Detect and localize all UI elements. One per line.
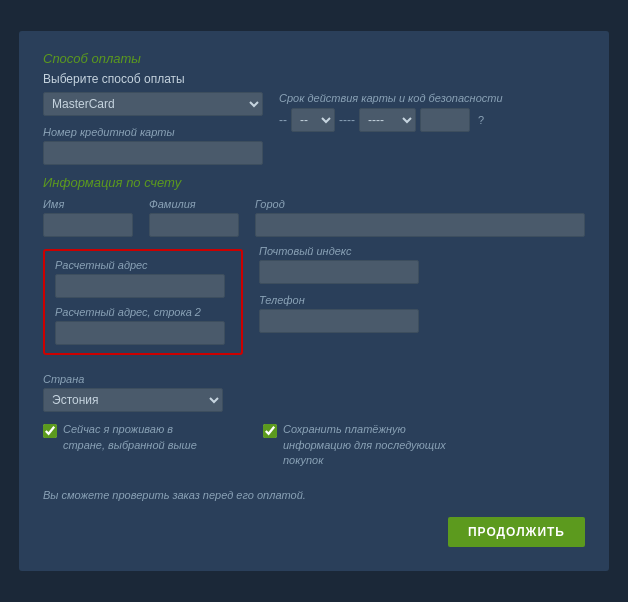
city-group: Город — [255, 198, 585, 237]
payment-top-row: MasterCard Visa PayPal Номер кредитной к… — [43, 92, 585, 165]
name-city-row: Имя Фамилия Город — [43, 198, 585, 237]
billing-addr1-label: Расчетный адрес — [55, 259, 231, 271]
country-row: Страна Эстония Россия Германия Франция — [43, 373, 585, 412]
checkbox1-label: Сейчас я проживаю в стране, выбранной вы… — [63, 422, 203, 453]
phone-input[interactable] — [259, 309, 419, 333]
security-hint: ? — [478, 114, 484, 126]
last-name-group: Фамилия — [149, 198, 239, 237]
last-name-input[interactable] — [149, 213, 239, 237]
city-input[interactable] — [255, 213, 585, 237]
phone-label: Телефон — [259, 294, 585, 306]
first-name-group: Имя — [43, 198, 133, 237]
payment-right: Срок действия карты и код безопасности -… — [279, 92, 585, 165]
account-section: Информация по счету — [43, 175, 585, 190]
postal-input[interactable] — [259, 260, 419, 284]
first-name-input[interactable] — [43, 213, 133, 237]
billing-address-block: Расчетный адрес Расчетный адрес, строка … — [43, 245, 243, 365]
checkbox2-row: Сохранить платёжную информацию для после… — [263, 422, 585, 468]
postal-group: Почтовый индекс — [259, 245, 585, 284]
country-group: Страна Эстония Россия Германия Франция — [43, 373, 223, 412]
card-number-group: Номер кредитной карты — [43, 126, 263, 165]
last-name-label: Фамилия — [149, 198, 239, 210]
payment-left: MasterCard Visa PayPal Номер кредитной к… — [43, 92, 263, 165]
continue-button[interactable]: ПРОДОЛЖИТЬ — [448, 517, 585, 547]
billing-addr2-group: Расчетный адрес, строка 2 — [55, 306, 231, 345]
bottom-note: Вы сможете проверить заказ перед его опл… — [43, 489, 585, 501]
checkbox2-label: Сохранить платёжную информацию для после… — [283, 422, 463, 468]
bottom-area: Вы сможете проверить заказ перед его опл… — [43, 489, 585, 547]
country-label: Страна — [43, 373, 223, 385]
expiry-month-select[interactable]: -- 010203 040506 070809 101112 — [291, 108, 335, 132]
live-in-country-checkbox[interactable] — [43, 424, 57, 438]
city-label: Город — [255, 198, 585, 210]
billing-section-box: Расчетный адрес Расчетный адрес, строка … — [43, 249, 243, 355]
expiry-row: -- -- 010203 040506 070809 101112 ---- -… — [279, 108, 585, 132]
payment-section: Способ оплаты Выберите способ оплаты — [43, 51, 585, 86]
main-container: Способ оплаты Выберите способ оплаты Mas… — [19, 31, 609, 570]
checkbox1-block: Сейчас я проживаю в стране, выбранной вы… — [43, 422, 243, 476]
phone-group: Телефон — [259, 294, 585, 333]
checkbox1-row: Сейчас я проживаю в стране, выбранной вы… — [43, 422, 243, 453]
checkbox2-block: Сохранить платёжную информацию для после… — [263, 422, 585, 476]
security-code-input[interactable] — [420, 108, 470, 132]
payment-section-title: Способ оплаты — [43, 51, 585, 66]
dash-label: -- — [279, 113, 287, 127]
billing-addr2-input[interactable] — [55, 321, 225, 345]
payment-method-select[interactable]: MasterCard Visa PayPal — [43, 92, 263, 116]
country-select[interactable]: Эстония Россия Германия Франция — [43, 388, 223, 412]
card-number-label: Номер кредитной карты — [43, 126, 263, 138]
first-name-label: Имя — [43, 198, 133, 210]
dash-separator: ---- — [339, 113, 355, 127]
account-section-title: Информация по счету — [43, 175, 585, 190]
postal-phone-block: Почтовый индекс Телефон — [259, 245, 585, 365]
checkboxes-row: Сейчас я проживаю в стране, выбранной вы… — [43, 422, 585, 476]
expiry-year-select[interactable]: ---- 202420252026 202720282029 — [359, 108, 416, 132]
address-postal-row: Расчетный адрес Расчетный адрес, строка … — [43, 245, 585, 365]
save-payment-checkbox[interactable] — [263, 424, 277, 438]
billing-addr1-input[interactable] — [55, 274, 225, 298]
billing-addr2-label: Расчетный адрес, строка 2 — [55, 306, 231, 318]
card-number-input[interactable] — [43, 141, 263, 165]
payment-subtitle: Выберите способ оплаты — [43, 72, 585, 86]
expiry-label: Срок действия карты и код безопасности — [279, 92, 585, 104]
postal-label: Почтовый индекс — [259, 245, 585, 257]
billing-addr1-group: Расчетный адрес — [55, 259, 231, 298]
